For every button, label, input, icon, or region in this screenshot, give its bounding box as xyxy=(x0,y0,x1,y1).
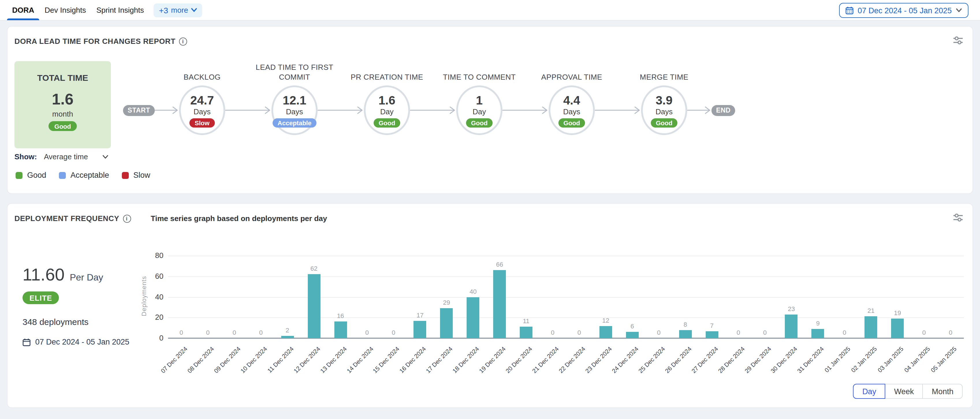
stage-value: 4.4 xyxy=(563,93,580,106)
filter-settings-icon[interactable] xyxy=(953,213,963,222)
y-axis-tick: 20 xyxy=(146,313,164,322)
x-axis-label: 28 Dec 2024 xyxy=(696,345,746,395)
info-icon[interactable]: i xyxy=(179,37,187,45)
chevron-down-icon xyxy=(956,8,962,13)
deployment-bar[interactable] xyxy=(281,336,294,338)
legend-label: Good xyxy=(27,171,46,179)
deployment-bar[interactable] xyxy=(334,322,347,338)
bar-value-label: 11 xyxy=(515,318,538,325)
x-axis-label: 22 Dec 2024 xyxy=(536,345,587,395)
legend-item-slow: Slow xyxy=(122,171,150,179)
bar-value-label: 6 xyxy=(621,323,644,330)
deployment-bar[interactable] xyxy=(414,321,426,338)
bar-value-label: 40 xyxy=(461,288,485,295)
info-icon[interactable]: i xyxy=(123,214,131,222)
filter-settings-icon[interactable] xyxy=(953,36,963,45)
bar-value-label: 0 xyxy=(568,329,591,336)
granularity-week-button[interactable]: Week xyxy=(885,384,923,399)
stage-title: APPROVAL TIME xyxy=(522,72,621,82)
rate-unit: Per Day xyxy=(70,272,103,283)
total-time-unit: month xyxy=(14,110,111,118)
stage-unit: Days xyxy=(563,107,580,116)
granularity-toggle: DayWeekMonth xyxy=(853,384,963,399)
bar-value-label: 0 xyxy=(250,329,272,336)
flow-arrow xyxy=(155,105,179,116)
deployment-bar[interactable] xyxy=(891,319,904,338)
top-bar: DORADev InsightsSprint Insights +3 more … xyxy=(0,0,980,21)
flow-stage-lead-time-to-first-commit: LEAD TIME TO FIRST COMMIT12.1DaysAccepta… xyxy=(271,86,318,135)
deployment-bar[interactable] xyxy=(679,330,692,338)
show-value: Average time xyxy=(44,152,88,161)
stage-title: BACKLOG xyxy=(153,72,252,82)
deployment-bar[interactable] xyxy=(467,297,479,338)
stage-value: 1 xyxy=(476,93,482,106)
status-legend: GoodAcceptableSlow xyxy=(16,171,150,179)
stage-unit: Day xyxy=(380,107,393,116)
stage-status-badge: Good xyxy=(558,118,585,127)
rate-value: 11.60 xyxy=(22,265,65,284)
stage-value: 12.1 xyxy=(283,93,306,106)
total-time-status-badge: Good xyxy=(49,121,76,131)
granularity-month-button[interactable]: Month xyxy=(923,384,963,399)
x-axis-label: 14 Dec 2024 xyxy=(324,345,374,395)
x-axis-label: 25 Dec 2024 xyxy=(616,345,666,395)
stage-unit: Days xyxy=(194,107,210,116)
stage-title: MERGE TIME xyxy=(614,72,714,82)
total-time-label: TOTAL TIME xyxy=(14,73,111,83)
deployments-bar-chart: 020406080007 Dec 2024008 Dec 2024009 Dec… xyxy=(168,256,964,338)
legend-item-good: Good xyxy=(16,171,46,179)
deployment-bar[interactable] xyxy=(520,327,533,338)
deployment-bar[interactable] xyxy=(440,308,453,338)
y-axis-tick: 0 xyxy=(146,333,164,342)
granularity-day-button[interactable]: Day xyxy=(853,384,885,399)
x-axis-label: 23 Dec 2024 xyxy=(563,345,613,395)
bar-value-label: 0 xyxy=(833,329,856,336)
deployment-bar[interactable] xyxy=(812,329,824,338)
x-axis-label: 19 Dec 2024 xyxy=(457,345,507,395)
bar-value-label: 0 xyxy=(170,329,193,336)
x-axis-label: 10 Dec 2024 xyxy=(218,345,268,395)
chevron-down-icon xyxy=(102,154,108,159)
more-tabs-button[interactable]: +3 more xyxy=(154,3,202,17)
deployment-bar[interactable] xyxy=(705,331,718,338)
stage-unit: Days xyxy=(286,107,303,116)
show-metric-dropdown[interactable]: Show: Average time xyxy=(14,152,111,161)
x-axis-label: 20 Dec 2024 xyxy=(484,345,534,395)
x-axis-label: 07 Dec 2024 xyxy=(138,345,189,395)
tab-dev-insights[interactable]: Dev Insights xyxy=(40,0,91,20)
deployment-bar[interactable] xyxy=(600,326,612,338)
deployments-total: 348 deployments xyxy=(22,317,89,327)
tab-dora[interactable]: DORA xyxy=(7,0,40,20)
legend-label: Acceptable xyxy=(70,171,109,179)
flow-stage-approval-time: APPROVAL TIME4.4DaysGood xyxy=(549,86,595,135)
deployment-bar[interactable] xyxy=(626,332,639,338)
bar-value-label: 19 xyxy=(886,309,909,316)
deployment-bar[interactable] xyxy=(493,270,506,338)
stage-title: TIME TO COMMENT xyxy=(430,72,529,82)
tab-sprint-insights[interactable]: Sprint Insights xyxy=(91,0,149,20)
lead-time-flow: STARTBACKLOG24.7DaysSlowLEAD TIME TO FIR… xyxy=(123,86,735,135)
x-axis-label: 27 Dec 2024 xyxy=(669,345,719,395)
flow-stage-merge-time: MERGE TIME3.9DaysGood xyxy=(641,86,687,135)
bar-value-label: 0 xyxy=(541,329,564,336)
bar-value-label: 0 xyxy=(223,329,246,336)
deployment-bar[interactable] xyxy=(307,274,320,338)
x-axis-label: 17 Dec 2024 xyxy=(404,345,454,395)
deployment-bar[interactable] xyxy=(785,314,798,338)
x-axis-label: 08 Dec 2024 xyxy=(165,345,215,395)
elite-badge: ELITE xyxy=(22,292,59,304)
deployments-date-range: 07 Dec 2024 - 05 Jan 2025 xyxy=(22,338,129,346)
calendar-icon xyxy=(845,6,854,14)
date-range-picker[interactable]: 07 Dec 2024 - 05 Jan 2025 xyxy=(839,3,969,18)
y-axis-tick: 60 xyxy=(146,272,164,281)
deployment-bar[interactable] xyxy=(864,317,877,338)
slow-legend-chip xyxy=(122,172,129,179)
bar-value-label: 0 xyxy=(382,329,405,336)
deployment-card-title: DEPLOYMENT FREQUENCY i xyxy=(14,214,131,223)
x-axis-label: 18 Dec 2024 xyxy=(431,345,480,395)
total-time-value: 1.6 xyxy=(14,90,111,108)
stage-status-badge: Good xyxy=(651,118,678,127)
stage-unit: Days xyxy=(655,107,673,116)
chart-subtitle: Time series graph based on deployments p… xyxy=(151,214,327,223)
stage-status-badge: Acceptable xyxy=(272,118,317,127)
